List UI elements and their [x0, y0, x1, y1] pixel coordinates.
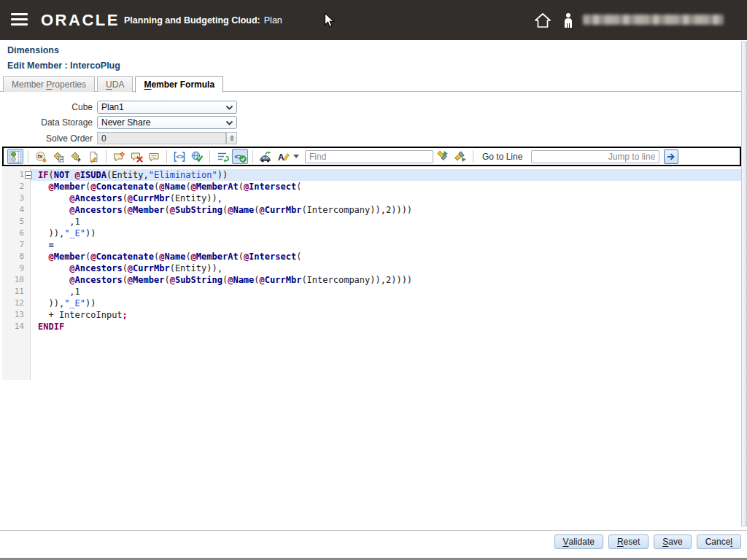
data-storage-row: Data Storage Never Share	[0, 116, 248, 129]
check-syntax-icon[interactable]	[189, 149, 205, 164]
line-number: 7	[2, 239, 31, 251]
code-line-7[interactable]: 7 =	[2, 239, 741, 251]
stepper-down-icon[interactable]	[230, 139, 234, 141]
cube-row: Cube Plan1	[0, 101, 248, 114]
solve-order-stepper[interactable]	[226, 132, 237, 144]
reset-button[interactable]: Reset	[608, 534, 649, 549]
code-line-11[interactable]: 11 ,1	[2, 286, 741, 298]
find-previous-icon[interactable]	[452, 149, 468, 164]
add-comment-icon[interactable]	[111, 149, 127, 164]
cube-dropdown[interactable]: Plan1	[97, 101, 237, 114]
line-number: 6	[2, 228, 31, 239]
solve-order-row: Solve Order 0	[0, 132, 248, 145]
user-icon[interactable]	[561, 12, 576, 29]
code-line-3[interactable]: 3 @Ancestors(@CurrMbr(Entity)),	[2, 192, 741, 204]
code-line-5[interactable]: 5 ,1	[2, 216, 741, 228]
home-icon[interactable]	[533, 12, 552, 28]
breadcrumb[interactable]: Dimensions	[7, 45, 59, 55]
line-number: 14	[2, 321, 31, 332]
paste-icon[interactable]	[85, 149, 101, 164]
code-line-12[interactable]: 12 )),"_E"))	[2, 298, 741, 309]
code-line-10[interactable]: 10 @Ancestors(@Member(@SubString(@Name(@…	[2, 274, 741, 286]
toolbar-separator	[166, 150, 167, 163]
highlight-syntax-icon[interactable]: A	[275, 149, 291, 164]
app-context: Plan	[264, 15, 282, 26]
code-line-9[interactable]: 9 @Ancestors(@CurrMbr(Entity)),	[2, 262, 741, 274]
launch-wizard-icon[interactable]	[258, 149, 274, 164]
insert-code-template-icon[interactable]: <>	[171, 149, 187, 164]
page-title: Edit Member : IntercoPlug	[7, 61, 120, 71]
insert-member-icon[interactable]	[50, 149, 66, 164]
tab-member-formula[interactable]: Member Formula	[135, 76, 223, 93]
footer-button-bar: ValidateResetSaveCancel	[554, 534, 741, 549]
solve-order-label: Solve Order	[0, 133, 93, 144]
line-number: 5	[2, 216, 31, 228]
wrap-lines-icon[interactable]	[214, 149, 231, 164]
delete-comment-icon[interactable]	[128, 149, 144, 164]
collapse-block-icon[interactable]	[25, 171, 32, 179]
code-line-4[interactable]: 4 @Ancestors(@Member(@SubString(@Name(@C…	[2, 204, 741, 216]
find-input[interactable]	[305, 150, 433, 163]
auto-indent-icon[interactable]: <>	[232, 149, 248, 164]
footer-divider	[0, 530, 747, 531]
solve-order-field[interactable]: 0	[97, 132, 226, 144]
data-storage-label: Data Storage	[0, 117, 93, 128]
show-comments-icon[interactable]	[146, 149, 162, 164]
line-number: 3	[2, 192, 31, 204]
line-number: 12	[2, 298, 31, 309]
go-to-line-label: Go to Line	[482, 152, 522, 162]
insert-member-alias-icon[interactable]	[68, 149, 84, 164]
line-number: 11	[2, 286, 31, 298]
cancel-button[interactable]: Cancel	[697, 534, 741, 549]
toolbar-separator	[28, 150, 28, 163]
toolbar-separator	[473, 150, 473, 163]
toolbar-overflow-chevron-icon[interactable]	[293, 155, 299, 158]
svg-text:A: A	[278, 152, 285, 163]
go-to-line-button[interactable]	[664, 149, 678, 164]
tab-bar: Member PropertiesUDAMember Formula	[3, 76, 223, 92]
formula-editor-toolbar: 123 fx <>	[2, 147, 741, 166]
line-numbers-toggle-button[interactable]: 123	[7, 149, 23, 164]
code-line-8[interactable]: 8 @Member(@Concatenate(@Name(@MemberAt(@…	[2, 251, 741, 262]
line-number: 4	[2, 204, 31, 216]
top-header-bar: ORACLE Planning and Budgeting Cloud:Plan	[0, 0, 747, 40]
chevron-down-icon	[225, 104, 233, 114]
toolbar-separator	[252, 150, 253, 163]
tab-uda[interactable]: UDA	[97, 76, 133, 92]
hamburger-menu-icon[interactable]	[11, 13, 28, 26]
stepper-up-icon[interactable]	[230, 135, 234, 138]
vertical-scrollbar[interactable]	[741, 42, 747, 526]
chevron-down-icon	[225, 119, 233, 129]
code-line-6[interactable]: 6 )),"_E"))	[2, 228, 741, 239]
svg-text:fx: fx	[38, 153, 43, 160]
code-line-2[interactable]: 2 @Member(@Concatenate(@Name(@MemberAt(@…	[2, 181, 741, 192]
line-number: 13	[2, 309, 31, 321]
application-window: ORACLE Planning and Budgeting Cloud:Plan…	[0, 0, 747, 560]
insert-function-icon[interactable]: fx	[33, 149, 49, 164]
find-next-icon[interactable]	[435, 149, 451, 164]
code-line-14[interactable]: 14ENDIF	[2, 321, 741, 332]
code-line-1[interactable]: 1IF(NOT @ISUDA(Entity,"Elimination"))	[2, 169, 741, 181]
data-storage-dropdown[interactable]: Never Share	[97, 116, 237, 129]
line-number: 2	[2, 181, 31, 192]
formula-code-editor[interactable]: 1IF(NOT @ISUDA(Entity,"Elimination"))2 @…	[2, 167, 741, 380]
go-to-line-input[interactable]	[531, 150, 659, 163]
line-number: 9	[2, 262, 31, 274]
svg-text:3: 3	[18, 158, 20, 162]
toolbar-separator	[209, 150, 210, 163]
app-title: Planning and Budgeting Cloud:Plan	[124, 15, 282, 26]
validate-button[interactable]: Validate	[554, 534, 603, 549]
line-number: 10	[2, 274, 31, 286]
oracle-logo: ORACLE	[41, 11, 120, 30]
toolbar-separator	[106, 150, 107, 163]
tab-member-properties[interactable]: Member Properties	[3, 76, 95, 92]
logged-in-username-redacted[interactable]	[583, 15, 724, 25]
svg-text:<>: <>	[177, 153, 185, 160]
save-button[interactable]: Save	[654, 534, 691, 549]
code-line-13[interactable]: 13 + IntercoInput;	[2, 309, 741, 321]
cube-label: Cube	[0, 102, 93, 112]
line-number: 8	[2, 251, 31, 262]
code-lines: 1IF(NOT @ISUDA(Entity,"Elimination"))2 @…	[2, 169, 741, 332]
